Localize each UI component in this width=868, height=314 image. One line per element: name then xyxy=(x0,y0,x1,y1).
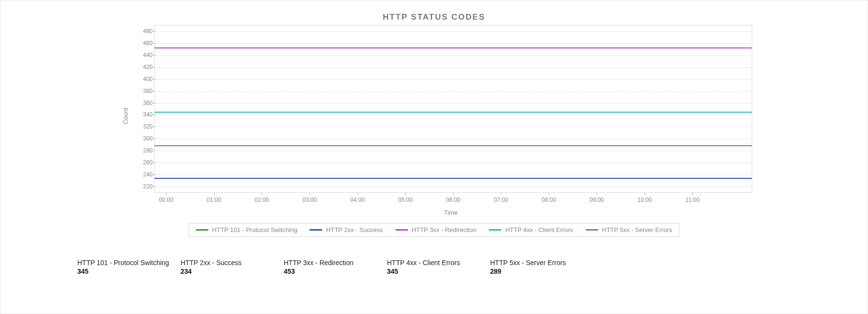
x-tick-label: 03:00 xyxy=(302,197,317,203)
y-tick-label: 300 xyxy=(135,135,153,142)
summary-cell: HTTP 5xx - Server Errors289 xyxy=(490,259,593,275)
series-line xyxy=(155,178,752,179)
x-tick-label: 10:00 xyxy=(638,197,652,203)
summary-value: 453 xyxy=(284,267,387,275)
summary-row: HTTP 101 - Protocol Switching345HTTP 2xx… xyxy=(10,259,858,275)
gridline xyxy=(155,31,752,32)
x-tick-label: 07:00 xyxy=(494,197,508,203)
gridline xyxy=(155,139,752,139)
x-tick-label: 05:00 xyxy=(398,197,412,203)
gridline xyxy=(155,43,752,44)
gridline xyxy=(155,115,752,115)
y-tick-label: 480 xyxy=(135,28,153,35)
y-tick-label: 280 xyxy=(135,147,153,154)
summary-cell: HTTP 101 - Protocol Switching345 xyxy=(77,259,181,275)
legend-item[interactable]: HTTP 2xx - Success xyxy=(310,226,383,233)
legend: HTTP 101 - Protocol SwitchingHTTP 2xx - … xyxy=(189,223,679,237)
summary-cell: HTTP 4xx - Client Errors345 xyxy=(387,259,490,275)
y-tick-label: 240 xyxy=(135,171,153,178)
legend-swatch-icon xyxy=(196,229,208,231)
gridline xyxy=(155,186,752,187)
legend-label: HTTP 4xx - Client Errors xyxy=(505,226,573,233)
x-tick-label: 01:00 xyxy=(207,197,221,203)
x-tick-label: 08:00 xyxy=(542,197,556,203)
legend-swatch-icon xyxy=(489,229,501,231)
series-line xyxy=(155,47,752,48)
summary-label: HTTP 2xx - Success xyxy=(181,259,284,267)
x-tick-label: 11:00 xyxy=(685,197,699,203)
y-tick-label: 420 xyxy=(135,64,153,70)
summary-value: 345 xyxy=(387,267,490,275)
gridline xyxy=(155,67,752,68)
series-line xyxy=(155,112,752,113)
x-axis-ticks: 00:0001:0002:0003:0004:0005:0006:0007:00… xyxy=(154,196,752,207)
y-tick-label: 220 xyxy=(135,183,153,190)
x-tick-label: 06:00 xyxy=(446,197,460,203)
y-tick-label: 460 xyxy=(135,40,153,47)
summary-label: HTTP 3xx - Redirection xyxy=(284,259,387,267)
y-tick-label: 440 xyxy=(135,52,153,58)
gridline xyxy=(155,127,752,127)
gridline xyxy=(155,103,752,104)
legend-label: HTTP 2xx - Success xyxy=(326,226,383,233)
legend-swatch-icon xyxy=(586,229,598,231)
gridline xyxy=(155,174,752,175)
legend-item[interactable]: HTTP 5xx - Server Errors xyxy=(586,226,672,233)
summary-value: 345 xyxy=(77,267,181,275)
legend-label: HTTP 101 - Protocol Switching xyxy=(212,226,298,233)
plot-area: 2202402602803003203403603804004204404604… xyxy=(154,25,752,193)
y-tick-label: 260 xyxy=(135,159,153,166)
y-tick-label: 320 xyxy=(135,123,153,130)
gridline xyxy=(155,163,752,163)
gridline xyxy=(155,79,752,80)
legend-swatch-icon xyxy=(396,229,408,231)
x-tick-label: 09:00 xyxy=(590,197,604,203)
legend-item[interactable]: HTTP 4xx - Client Errors xyxy=(489,226,573,233)
chart-area: Count 2202402602803003203403603804004204… xyxy=(10,25,858,207)
x-tick-label: 02:00 xyxy=(254,197,269,203)
summary-value: 289 xyxy=(490,267,593,275)
summary-label: HTTP 4xx - Client Errors xyxy=(387,259,490,267)
chart-panel: HTTP STATUS CODES Count 2202402602803003… xyxy=(0,0,868,314)
summary-cell: HTTP 2xx - Success234 xyxy=(181,259,284,275)
summary-label: HTTP 101 - Protocol Switching xyxy=(77,259,181,267)
y-tick-label: 360 xyxy=(135,100,153,106)
chart-title: HTTP STATUS CODES xyxy=(10,12,858,22)
summary-value: 234 xyxy=(181,267,284,275)
summary-cell: HTTP 3xx - Redirection453 xyxy=(284,259,387,275)
legend-item[interactable]: HTTP 3xx - Redirection xyxy=(396,226,477,233)
x-axis-label: Time xyxy=(44,209,858,216)
legend-item[interactable]: HTTP 101 - Protocol Switching xyxy=(196,226,298,233)
legend-swatch-icon xyxy=(310,229,322,231)
gridline xyxy=(155,55,752,56)
summary-label: HTTP 5xx - Server Errors xyxy=(490,259,593,267)
y-tick-label: 380 xyxy=(135,88,153,94)
gridline xyxy=(155,151,752,151)
y-tick-label: 340 xyxy=(135,111,153,118)
legend-label: HTTP 3xx - Redirection xyxy=(412,226,477,233)
series-line xyxy=(155,145,752,146)
y-tick-label: 400 xyxy=(135,76,153,82)
gridline xyxy=(155,91,752,92)
legend-label: HTTP 5xx - Server Errors xyxy=(602,226,672,233)
x-tick-label: 04:00 xyxy=(350,197,365,203)
y-axis-label: Count xyxy=(122,108,129,125)
x-tick-label: 00:00 xyxy=(159,197,173,203)
